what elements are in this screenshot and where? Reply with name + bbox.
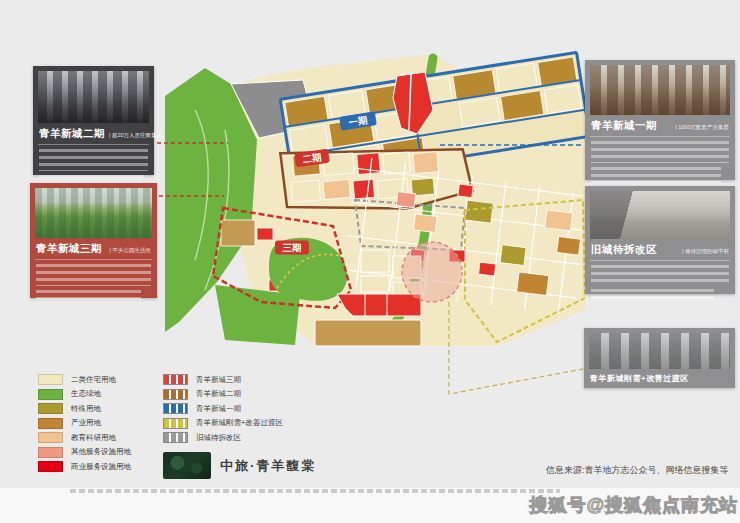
legend-swatch-residential: [38, 374, 63, 385]
legend-swatch-education: [38, 432, 63, 443]
legend-swatch-special: [38, 403, 63, 414]
poster-canvas: 一期 二期 三期 青羊新城二期 | 超20万人居住聚集区 青羊新城三期 | 中央…: [0, 0, 740, 523]
phase2-photo: [38, 71, 149, 123]
legend-label: 二类住宅用地: [71, 375, 116, 385]
legend-swatch-phase1: [163, 403, 188, 414]
logo-text: 中旅·青羊馥棠: [220, 457, 316, 475]
legend-label: 青羊新城刚需+改善过渡区: [196, 418, 283, 428]
legend-swatch-commercial: [38, 461, 63, 472]
phase3-card-head: 青羊新城三期 | 中央公园生活区: [35, 238, 152, 260]
legend-row: 青羊新城刚需+改善过渡区: [163, 419, 283, 428]
legend-label: 青羊新城三期: [196, 375, 241, 385]
oldtown-body-text: [591, 265, 729, 285]
legend-row: 青羊新城二期: [163, 390, 283, 399]
card-oldtown: 旧城待拆改区 | 亟待治理的城中村: [585, 186, 735, 294]
legend-label: 旧城待拆改区: [196, 433, 241, 443]
card-phase2: 青羊新城二期 | 超20万人居住聚集区: [33, 66, 154, 175]
legend-swatch-oldtown: [163, 432, 188, 443]
phase2-body-text: [39, 149, 148, 171]
legend-label: 商业服务设施用地: [71, 462, 131, 472]
legend-label: 教育科研用地: [71, 433, 116, 443]
phase3-card-subtitle: | 中央公园生活区: [110, 247, 151, 254]
svg-text:三期: 三期: [283, 242, 302, 253]
oldtown-body-text2: [591, 289, 714, 301]
brand-logo: 中旅·青羊馥棠: [163, 452, 316, 479]
oldtown-card-title: 旧城待拆改区: [591, 243, 657, 257]
oldtown-card-subtitle: | 亟待治理的城中村: [682, 248, 729, 255]
phase1-card-head: 青羊新城一期 | 1000亿配套产业集群: [590, 115, 730, 137]
legend-land-use: 二类住宅用地 生态绿地 特殊用地 产业用地 教育科研用地 其他服务设施用地 商业…: [38, 375, 131, 471]
phase1-card-title: 青羊新城一期: [591, 119, 657, 133]
phase1-body-text: [591, 141, 729, 163]
legend-label: 特殊用地: [71, 404, 101, 414]
phase1-photo: [590, 65, 730, 115]
phase1-card-subtitle: | 1000亿配套产业集群: [675, 124, 729, 131]
legend-swatch-green: [38, 389, 63, 400]
legend-label: 其他服务设施用地: [71, 447, 131, 457]
legend-row: 商业服务设施用地: [38, 462, 131, 471]
phase2-card-title: 青羊新城二期: [39, 127, 105, 141]
logo-image: [163, 452, 211, 479]
card-transition: 青羊新城刚需+改善过渡区: [584, 328, 735, 388]
legend-row: 旧城待拆改区: [163, 433, 283, 442]
transition-caption: 青羊新城刚需+改善过渡区: [589, 369, 730, 384]
legend-swatch-other-service: [38, 447, 63, 458]
disclaimer-text-line: [70, 489, 560, 493]
legend-row: 产业用地: [38, 419, 131, 428]
phase1-body-text2: [591, 167, 721, 183]
legend-row: 其他服务设施用地: [38, 448, 131, 457]
phase3-body-text2: [36, 290, 141, 304]
legend-label: 青羊新城一期: [196, 404, 241, 414]
phase3-card-title: 青羊新城三期: [36, 242, 102, 256]
map-label-phase3: 三期: [275, 241, 309, 255]
oldtown-card-head: 旧城待拆改区 | 亟待治理的城中村: [590, 239, 730, 261]
legend-row: 青羊新城三期: [163, 375, 283, 384]
legend-swatch-transition: [163, 418, 188, 429]
legend-zones: 青羊新城三期 青羊新城二期 青羊新城一期 青羊新城刚需+改善过渡区 旧城待拆改区: [163, 375, 283, 442]
phase2-card-head: 青羊新城二期 | 超20万人居住聚集区: [38, 123, 149, 145]
phase3-body-text: [36, 264, 151, 286]
legend-row: 青羊新城一期: [163, 404, 283, 413]
watermark-text: 搜狐号@搜狐焦点南充站: [529, 493, 738, 517]
source-attribution: 信息来源:青羊地方志公众号、网络信息搜集等: [546, 464, 729, 477]
legend-label: 青羊新城二期: [196, 389, 241, 399]
card-phase3: 青羊新城三期 | 中央公园生活区: [30, 183, 157, 298]
legend-label: 生态绿地: [71, 389, 101, 399]
legend-label: 产业用地: [71, 418, 101, 428]
legend-row: 特殊用地: [38, 404, 131, 413]
legend-row: 二类住宅用地: [38, 375, 131, 384]
legend-swatch-industry: [38, 418, 63, 429]
phase2-card-subtitle: | 超20万人居住聚集区: [109, 132, 162, 139]
legend-row: 生态绿地: [38, 390, 131, 399]
phase3-photo: [35, 188, 152, 238]
transition-photo: [589, 333, 730, 369]
card-phase1: 青羊新城一期 | 1000亿配套产业集群: [585, 60, 735, 180]
legend-swatch-phase2: [163, 389, 188, 400]
oldtown-photo: [590, 191, 730, 239]
planning-map: 一期 二期 三期: [165, 50, 585, 355]
legend-swatch-phase3: [163, 374, 188, 385]
legend-row: 教育科研用地: [38, 433, 131, 442]
